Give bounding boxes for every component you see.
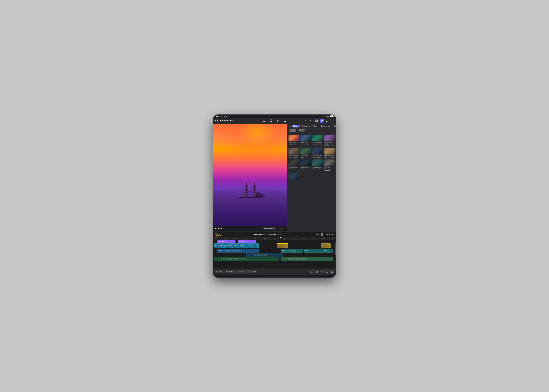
timeline-scrollbar[interactable] bbox=[335, 240, 336, 268]
waveform-bar bbox=[232, 258, 232, 259]
tab-objects[interactable]: Objects bbox=[332, 125, 336, 127]
inspect-button[interactable]: ≡ Inspect bbox=[215, 270, 224, 273]
video-clip-marke2[interactable]: Marke bbox=[239, 243, 245, 248]
waveform-bar bbox=[300, 259, 300, 259]
waveform-bars bbox=[254, 253, 277, 256]
grid-tool-button[interactable] bbox=[320, 233, 324, 236]
waveform-bar bbox=[235, 250, 236, 251]
display-info-button[interactable] bbox=[325, 119, 329, 123]
export-button[interactable] bbox=[262, 119, 266, 123]
volume-button[interactable]: 🔊 Volume bbox=[225, 270, 235, 273]
music-clip[interactable] bbox=[214, 257, 279, 261]
subtab-video[interactable]: Video bbox=[289, 129, 297, 133]
tab-backgrounds[interactable]: Backgrounds bbox=[319, 125, 331, 127]
tab-transitions[interactable]: Transitions bbox=[301, 125, 311, 127]
subtab-audio[interactable]: Audio bbox=[298, 129, 306, 133]
waveform-bar bbox=[263, 254, 264, 256]
search-button[interactable] bbox=[289, 125, 291, 127]
skip-forward-button[interactable]: ⏭ bbox=[221, 227, 223, 230]
redo-button[interactable] bbox=[309, 119, 313, 123]
waveform-bar bbox=[226, 250, 226, 251]
video-clip-extra1[interactable] bbox=[254, 243, 259, 248]
waveform-bar bbox=[267, 254, 268, 255]
waveform-bar bbox=[295, 258, 296, 260]
effect-item-3[interactable]: Soft Magenta with Low Contrast Wash bbox=[324, 135, 335, 147]
highway-clip-2[interactable]: Highway bbox=[304, 249, 324, 252]
detach-button[interactable] bbox=[325, 270, 329, 274]
inspect-label: Inspect bbox=[218, 271, 222, 272]
home-indicator[interactable] bbox=[213, 275, 336, 278]
effect-label-11: B&W with Blooming Highlights bbox=[324, 167, 335, 172]
checkmark-button[interactable] bbox=[315, 270, 319, 274]
waveform-bar bbox=[298, 258, 298, 259]
highway-clip-1[interactable]: Highway bbox=[281, 249, 303, 252]
inertia-clip[interactable]: Inertia bbox=[281, 257, 333, 261]
options-button[interactable]: Options ▾ bbox=[325, 233, 334, 236]
video-clip-yell[interactable]: Yell bbox=[249, 243, 254, 248]
waveform-bar bbox=[230, 258, 231, 259]
timepi-clip[interactable]: Time Pi bbox=[324, 249, 333, 252]
waveform-bar bbox=[227, 250, 227, 251]
effect-item-2[interactable]: Cyan Blacks with Warm Highlights bbox=[312, 135, 323, 147]
main-content: ⏮ ▶ ⏭ 00:00:21:23 38 % ⛶ bbox=[213, 124, 336, 231]
scrollbar-thumb[interactable] bbox=[335, 243, 336, 255]
effect-item-10[interactable]: Deep Mids with High Saturation bbox=[312, 160, 323, 172]
split-button[interactable] bbox=[320, 270, 324, 274]
scene-tool-button[interactable] bbox=[316, 233, 319, 236]
whoosh-clip[interactable]: Whoosh Hit bbox=[246, 253, 283, 257]
animate-button[interactable]: ◎ Animate bbox=[236, 270, 246, 273]
effect-item-8[interactable]: B&W with High Contrast bbox=[289, 160, 299, 172]
effect-item-7[interactable]: Warmer Vintage with Lifted Blacks bbox=[324, 148, 335, 158]
video-clip-tr[interactable]: Tr bbox=[245, 243, 249, 248]
waveform-bar bbox=[265, 254, 265, 255]
effect-label-1: Heavy Blue with Moonlight Wash bbox=[300, 142, 311, 145]
skip-back-button[interactable]: ⏮ bbox=[215, 227, 217, 230]
more-button[interactable] bbox=[330, 119, 334, 123]
voiceover-button[interactable] bbox=[276, 119, 280, 123]
timeline-info-button[interactable]: ⓘ bbox=[283, 233, 285, 236]
waveform-bar bbox=[266, 254, 267, 256]
tab-effects[interactable]: Effects bbox=[292, 125, 300, 127]
clip-selector[interactable]: ▣ Clip ▾ bbox=[215, 234, 222, 237]
waveform-bar bbox=[233, 250, 234, 252]
video-clip-he[interactable]: He bbox=[321, 243, 331, 248]
effect-item-9[interactable]: Dim Blue with Magenta Low bbox=[300, 160, 311, 172]
video-clip-marke1[interactable]: Marke bbox=[233, 243, 239, 248]
waveform-bar bbox=[300, 259, 300, 259]
effect-item-12[interactable] bbox=[289, 173, 299, 180]
effect-item-5[interactable]: Green Muted Wash bbox=[300, 148, 311, 158]
camera-button[interactable] bbox=[269, 119, 273, 123]
undo-button[interactable] bbox=[304, 119, 308, 123]
effect-item-0[interactable]: Heavy Warm with Desert Wash bbox=[289, 135, 299, 147]
waveform-bar bbox=[231, 259, 231, 259]
effect-item-11[interactable]: B&W with Blooming Highlights bbox=[324, 160, 335, 172]
magic-button[interactable] bbox=[320, 119, 324, 123]
delete-button[interactable] bbox=[309, 270, 314, 274]
waveform-bar bbox=[238, 258, 239, 259]
svg-point-38 bbox=[316, 271, 317, 272]
effect-item-4[interactable]: Desaturated with High Contrast bbox=[289, 148, 299, 158]
multicam-button[interactable]: ⊞ Multicam bbox=[247, 270, 257, 273]
video-clip-martial-arts[interactable]: Martial Arts Mura bbox=[214, 243, 225, 248]
waveform-bar bbox=[237, 259, 237, 259]
video-clip-selected[interactable]: Ti bbox=[277, 243, 288, 248]
photos-button[interactable] bbox=[315, 119, 318, 123]
effect-item-6[interactable]: Cool Blacks with Strong Contrast bbox=[312, 148, 323, 158]
play-button[interactable]: ▶ bbox=[218, 227, 220, 230]
playhead[interactable] bbox=[281, 237, 281, 240]
share-button[interactable] bbox=[283, 119, 287, 123]
effect-item-1[interactable]: Heavy Blue with Moonlight Wash bbox=[300, 135, 311, 147]
video-clip-pageant[interactable]: Pageant Winner bbox=[225, 243, 233, 248]
waveform-bar bbox=[293, 259, 294, 259]
fullscreen-button[interactable]: ⛶ bbox=[284, 228, 286, 230]
back-button[interactable]: ‹ bbox=[215, 119, 216, 122]
waveform-bar bbox=[244, 258, 245, 260]
title-clip-1[interactable]: Essential Title bbox=[217, 240, 236, 243]
waveform-bar bbox=[303, 258, 303, 259]
title-clip-2[interactable]: Essential Title bbox=[238, 240, 256, 243]
tab-titles[interactable]: Titles bbox=[312, 125, 318, 127]
ruler-mark: 14:00 bbox=[215, 238, 217, 239]
voiceover-clip[interactable]: Voiceover 3 bbox=[217, 249, 259, 252]
multicam-view-button[interactable] bbox=[330, 270, 334, 274]
battery-icon bbox=[330, 115, 333, 117]
